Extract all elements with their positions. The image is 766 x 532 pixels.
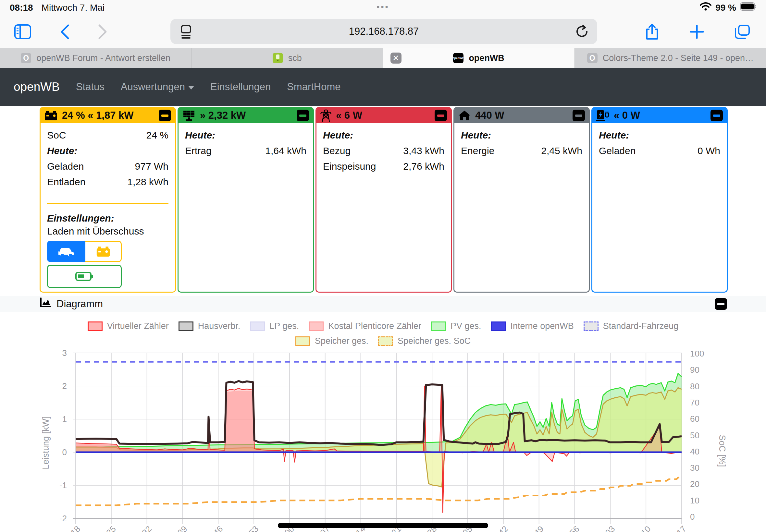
forward-button[interactable]	[98, 24, 108, 40]
legend-item[interactable]: Virtueller Zähler	[88, 321, 169, 331]
svg-text:10: 10	[639, 524, 653, 532]
charging-station-icon	[596, 110, 609, 121]
back-button[interactable]	[60, 24, 69, 40]
forum-favicon: O	[21, 53, 31, 63]
legend-item[interactable]: Speicher ges.	[295, 336, 368, 346]
legend-label: Kostal Plenticore Zähler	[328, 321, 421, 331]
entladen-row: Entladen1,28 kWh	[47, 174, 168, 190]
battery-half-icon	[75, 271, 93, 282]
legend-item[interactable]: Standard-Fahrzeug	[584, 321, 679, 331]
tab-bar: O openWB Forum - Antwort erstellen scb ✕…	[0, 48, 766, 68]
tab-scb[interactable]: scb	[191, 48, 383, 68]
legend-swatch	[309, 321, 323, 331]
share-button[interactable]	[645, 23, 660, 40]
collapse-pv-card-button[interactable]	[297, 110, 309, 121]
legend-swatch	[178, 321, 193, 331]
heute-row: Heute:	[461, 127, 582, 143]
chargepoint-card-title: « 0 W	[614, 110, 640, 121]
nav-auswertungen[interactable]: Auswertungen	[121, 81, 194, 93]
svg-text:SoC [%]: SoC [%]	[717, 435, 727, 467]
heute-row: Heute:	[323, 127, 444, 143]
sidebar-toggle-button[interactable]	[14, 24, 31, 39]
battery-priority-button[interactable]	[85, 241, 122, 262]
collapse-battery-card-button[interactable]	[159, 110, 171, 121]
svg-text:50: 50	[690, 430, 699, 440]
address-bar[interactable]: 192.168.178.87	[170, 19, 597, 44]
legend-item[interactable]: Kostal Plenticore Zähler	[309, 321, 421, 331]
ertrag-row: Ertrag1,64 kWh	[185, 143, 306, 159]
close-tab-icon[interactable]: ✕	[391, 53, 402, 64]
legend-swatch	[584, 321, 599, 331]
house-card-title: 440 W	[475, 110, 505, 121]
collapse-grid-card-button[interactable]	[435, 110, 447, 121]
legend-swatch	[295, 336, 310, 346]
house-icon	[458, 110, 471, 121]
legend-swatch	[431, 321, 446, 331]
svg-text:80: 80	[690, 381, 699, 391]
legend-item[interactable]: PV ges.	[431, 321, 481, 331]
legend-swatch	[491, 321, 506, 331]
divider	[47, 203, 168, 204]
transmission-tower-icon	[320, 109, 331, 122]
colors-theme-favicon: O	[587, 53, 598, 63]
legend-label: Hausverbr.	[198, 321, 240, 331]
collapse-house-card-button[interactable]	[573, 110, 585, 121]
tab-colors-theme[interactable]: O Colors-Theme 2.0 - Seite 149 - open…	[575, 48, 766, 68]
chargepoint-card-header: « 0 W	[592, 108, 727, 123]
battery-icon	[740, 2, 757, 13]
geladen-row: Geladen977 Wh	[47, 159, 168, 174]
pv-card-header: » 2,32 kW	[178, 108, 313, 123]
grid-card-header: « 6 W	[316, 108, 451, 123]
brand-openwb[interactable]: openWB	[14, 80, 60, 94]
svg-text:0: 0	[62, 447, 67, 457]
openwb-navbar: openWB Status Auswertungen Einstellungen…	[0, 68, 766, 106]
legend-item[interactable]: LP ges.	[250, 321, 299, 331]
page-settings-icon[interactable]	[179, 24, 193, 40]
battery-card-header: 24 % « 1,87 kW	[41, 108, 175, 123]
heute-row: Heute:	[185, 127, 306, 143]
tabs-overview-button[interactable]	[734, 24, 750, 40]
diagram-chart[interactable]: 3210-1-210090807060504030201001825323946…	[0, 347, 766, 532]
car-battery-icon	[96, 246, 110, 257]
tab-openwb-forum[interactable]: O openWB Forum - Antwort erstellen	[0, 48, 191, 68]
geladen-row: Geladen0 Wh	[599, 143, 720, 159]
heute-row: Heute:	[599, 127, 720, 143]
legend-label: PV ges.	[451, 321, 481, 331]
legend-swatch	[378, 336, 393, 346]
energie-row: Energie2,45 kWh	[461, 143, 582, 159]
new-tab-button[interactable]	[689, 24, 704, 39]
legend-item[interactable]: Speicher ges. SoC	[378, 336, 471, 346]
chart-legend-row-1: Virtueller ZählerHausverbr.LP ges.Kostal…	[0, 321, 766, 331]
svg-text:03: 03	[603, 524, 617, 532]
svg-text:40: 40	[690, 447, 699, 456]
legend-label: Interne openWB	[511, 321, 574, 331]
ios-status-bar: 08:18 Mittwoch 7. Mai ••• 99 %	[0, 0, 766, 16]
tab-openwb-active[interactable]: ✕ openWB openWB	[383, 48, 575, 68]
house-card-header: 440 W	[455, 108, 589, 123]
collapse-diagram-button[interactable]	[715, 298, 727, 310]
grid-card: « 6 W Heute: Bezug3,43 kWh Einspeisung2,…	[315, 107, 452, 293]
reload-button[interactable]	[575, 24, 590, 39]
legend-item[interactable]: Hausverbr.	[178, 321, 240, 331]
pv-card-title: » 2,32 kW	[200, 110, 246, 121]
legend-label: Standard-Fahrzeug	[603, 321, 679, 331]
soc-row: SoC24 %	[47, 127, 168, 143]
svg-text:2: 2	[62, 381, 67, 391]
collapse-chargepoint-card-button[interactable]	[711, 110, 723, 121]
battery-discharge-button[interactable]	[47, 265, 122, 288]
svg-text:32: 32	[140, 524, 153, 532]
svg-text:42: 42	[496, 524, 510, 532]
home-indicator[interactable]	[278, 523, 488, 528]
grid-card-title: « 6 W	[336, 110, 362, 121]
svg-text:70: 70	[690, 398, 699, 407]
house-card: 440 W Heute: Energie2,45 kWh	[454, 107, 590, 293]
vehicle-priority-button[interactable]	[47, 241, 85, 262]
nav-smarthome[interactable]: SmartHome	[287, 81, 340, 93]
battery-percent: 99 %	[715, 3, 736, 13]
svg-text:39: 39	[176, 524, 189, 532]
nav-status[interactable]: Status	[76, 81, 104, 93]
legend-item[interactable]: Interne openWB	[491, 321, 574, 331]
nav-einstellungen[interactable]: Einstellungen	[210, 81, 271, 93]
legend-label: LP ges.	[269, 321, 299, 331]
svg-text:-1: -1	[59, 480, 67, 490]
